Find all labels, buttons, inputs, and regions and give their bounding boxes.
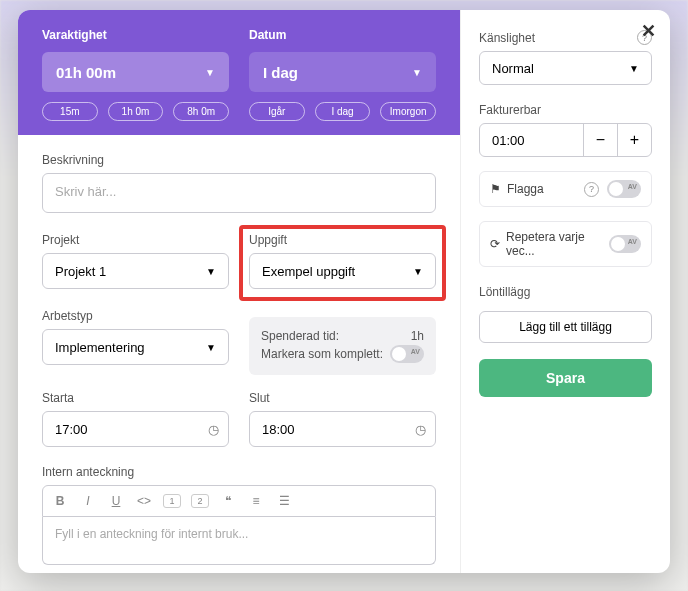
chevron-down-icon: ▼ bbox=[206, 342, 216, 353]
h2-button[interactable]: 2 bbox=[191, 494, 209, 508]
worktype-label: Arbetstyp bbox=[42, 309, 229, 323]
sensitivity-label: Känslighet bbox=[479, 31, 535, 45]
italic-button[interactable]: I bbox=[79, 494, 97, 508]
close-button[interactable]: ✕ bbox=[641, 20, 656, 42]
complete-label: Markera som komplett: bbox=[261, 347, 383, 361]
duration-label: Varaktighet bbox=[42, 28, 229, 42]
code-button[interactable]: <> bbox=[135, 494, 153, 508]
date-label: Datum bbox=[249, 28, 436, 42]
start-input[interactable] bbox=[42, 411, 229, 447]
date-chip-tomorrow[interactable]: Imorgon bbox=[380, 102, 436, 121]
start-label: Starta bbox=[42, 391, 229, 405]
chevron-down-icon: ▼ bbox=[206, 266, 216, 277]
wage-label: Löntillägg bbox=[479, 285, 530, 299]
billable-label: Fakturerbar bbox=[479, 103, 541, 117]
plus-button[interactable]: + bbox=[617, 124, 651, 156]
end-input[interactable] bbox=[249, 411, 436, 447]
h1-button[interactable]: 1 bbox=[163, 494, 181, 508]
date-chip-today[interactable]: I dag bbox=[315, 102, 371, 121]
duration-select[interactable]: 01h 00m ▼ bbox=[42, 52, 229, 92]
repeat-icon: ⟳ bbox=[490, 237, 500, 251]
minus-button[interactable]: − bbox=[583, 124, 617, 156]
task-highlight: Uppgift Exempel uppgift ▼ bbox=[239, 225, 446, 301]
note-label: Intern anteckning bbox=[42, 465, 436, 479]
main-panel: Varaktighet 01h 00m ▼ 15m 1h 0m 8h 0m Da… bbox=[18, 10, 460, 573]
number-list-button[interactable]: ☰ bbox=[275, 494, 293, 508]
flag-toggle[interactable]: AV bbox=[607, 180, 641, 198]
description-label: Beskrivning bbox=[42, 153, 436, 167]
clock-icon: ◷ bbox=[415, 422, 426, 437]
clock-icon: ◷ bbox=[208, 422, 219, 437]
task-value: Exempel uppgift bbox=[262, 264, 355, 279]
help-icon[interactable]: ? bbox=[584, 182, 599, 197]
spent-value: 1h bbox=[411, 329, 424, 343]
worktype-select[interactable]: Implementering ▼ bbox=[42, 329, 229, 365]
date-value: I dag bbox=[263, 64, 298, 81]
quote-button[interactable]: ❝ bbox=[219, 494, 237, 508]
duration-chip-8h[interactable]: 8h 0m bbox=[173, 102, 229, 121]
duration-value: 01h 00m bbox=[56, 64, 116, 81]
note-input[interactable]: Fyll i en anteckning för internt bruk... bbox=[42, 517, 436, 565]
flag-row: ⚑Flagga ? AV bbox=[479, 171, 652, 207]
sensitivity-select[interactable]: Normal ▼ bbox=[479, 51, 652, 85]
sensitivity-value: Normal bbox=[492, 61, 534, 76]
chevron-down-icon: ▼ bbox=[413, 266, 423, 277]
project-label: Projekt bbox=[42, 233, 229, 247]
repeat-toggle[interactable]: AV bbox=[609, 235, 641, 253]
billable-value[interactable]: 01:00 bbox=[480, 124, 583, 156]
task-select[interactable]: Exempel uppgift ▼ bbox=[249, 253, 436, 289]
flag-icon: ⚑ bbox=[490, 182, 501, 196]
chevron-down-icon: ▼ bbox=[412, 67, 422, 78]
editor-toolbar: B I U <> 1 2 ❝ ≡ ☰ bbox=[42, 485, 436, 517]
spent-label: Spenderad tid: bbox=[261, 329, 339, 343]
worktype-value: Implementering bbox=[55, 340, 145, 355]
project-select[interactable]: Projekt 1 ▼ bbox=[42, 253, 229, 289]
date-select[interactable]: I dag ▼ bbox=[249, 52, 436, 92]
end-label: Slut bbox=[249, 391, 436, 405]
task-label: Uppgift bbox=[249, 233, 436, 247]
repeat-row: ⟳Repetera varje vec... AV bbox=[479, 221, 652, 267]
complete-toggle[interactable]: AV bbox=[390, 345, 424, 363]
purple-header: Varaktighet 01h 00m ▼ 15m 1h 0m 8h 0m Da… bbox=[18, 10, 460, 135]
bullet-list-button[interactable]: ≡ bbox=[247, 494, 265, 508]
add-wage-button[interactable]: Lägg till ett tillägg bbox=[479, 311, 652, 343]
billable-stepper: 01:00 − + bbox=[479, 123, 652, 157]
bold-button[interactable]: B bbox=[51, 494, 69, 508]
flag-label: Flagga bbox=[507, 182, 544, 196]
time-entry-modal: Varaktighet 01h 00m ▼ 15m 1h 0m 8h 0m Da… bbox=[18, 10, 670, 573]
save-button[interactable]: Spara bbox=[479, 359, 652, 397]
side-panel: ✕ Känslighet ? Normal ▼ Fakturerbar 01:0… bbox=[460, 10, 670, 573]
chevron-down-icon: ▼ bbox=[205, 67, 215, 78]
date-chip-yesterday[interactable]: Igår bbox=[249, 102, 305, 121]
description-input[interactable] bbox=[42, 173, 436, 213]
chevron-down-icon: ▼ bbox=[629, 63, 639, 74]
duration-chip-15m[interactable]: 15m bbox=[42, 102, 98, 121]
duration-chip-1h[interactable]: 1h 0m bbox=[108, 102, 164, 121]
form-body: Beskrivning Projekt Projekt 1 ▼ Uppgift … bbox=[18, 135, 460, 573]
task-info-box: Spenderad tid: 1h Markera som komplett: … bbox=[249, 317, 436, 375]
underline-button[interactable]: U bbox=[107, 494, 125, 508]
project-value: Projekt 1 bbox=[55, 264, 106, 279]
repeat-label: Repetera varje vec... bbox=[506, 230, 609, 258]
